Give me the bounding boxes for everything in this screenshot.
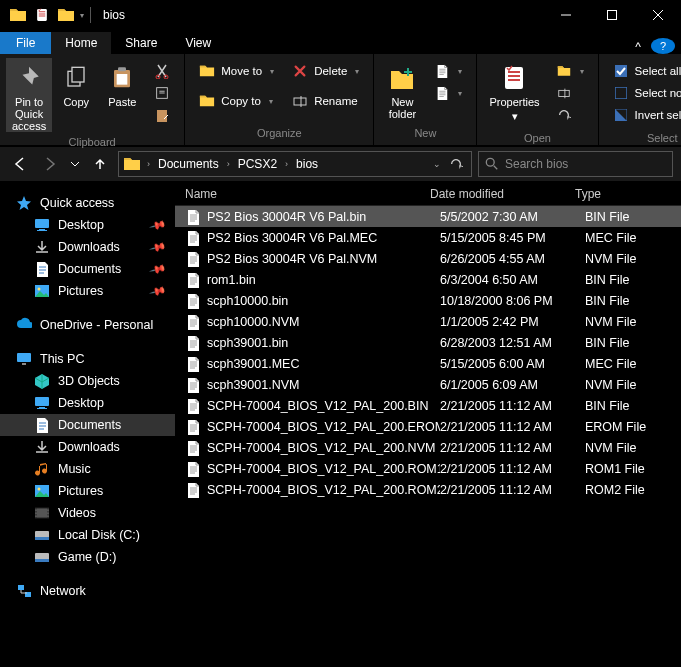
sidebar-item-music[interactable]: Music bbox=[0, 458, 175, 480]
edit-button[interactable] bbox=[552, 82, 588, 104]
minimize-button[interactable] bbox=[543, 0, 589, 30]
file-row[interactable]: SCPH-70004_BIOS_V12_PAL_200.BIN2/21/2005… bbox=[175, 395, 681, 416]
file-name: PS2 Bios 30004R V6 Pal.bin bbox=[207, 210, 440, 224]
move-to-button[interactable]: Move to▾ bbox=[195, 60, 278, 82]
file-row[interactable]: SCPH-70004_BIOS_V12_PAL_200.NVM2/21/2005… bbox=[175, 437, 681, 458]
new-item-button[interactable]: ▾ bbox=[430, 60, 466, 82]
sidebar-item-game-d[interactable]: Game (D:) bbox=[0, 546, 175, 568]
sidebar-item-pc-documents[interactable]: Documents bbox=[0, 414, 175, 436]
paste-icon bbox=[106, 62, 138, 94]
file-row[interactable]: PS2 Bios 30004R V6 Pal.bin5/5/2002 7:30 … bbox=[175, 206, 681, 227]
file-icon bbox=[185, 356, 201, 372]
sidebar-item-videos[interactable]: Videos bbox=[0, 502, 175, 524]
address-dropdown[interactable]: ⌄ bbox=[431, 159, 443, 169]
properties-icon bbox=[498, 62, 530, 94]
forward-button[interactable] bbox=[38, 152, 62, 176]
chevron-right-icon[interactable]: › bbox=[145, 159, 152, 169]
file-row[interactable]: SCPH-70004_BIOS_V12_PAL_200.EROM2/21/200… bbox=[175, 416, 681, 437]
file-name: PS2 Bios 30004R V6 Pal.MEC bbox=[207, 231, 440, 245]
file-row[interactable]: PS2 Bios 30004R V6 Pal.NVM6/26/2005 4:55… bbox=[175, 248, 681, 269]
sidebar-item-pictures[interactable]: Pictures📌 bbox=[0, 280, 175, 302]
properties-button[interactable]: Properties ▾ bbox=[483, 58, 545, 122]
sidebar-item-pc-desktop[interactable]: Desktop bbox=[0, 392, 175, 414]
pin-icon: 📌 bbox=[149, 238, 168, 256]
select-all-button[interactable]: Select all bbox=[609, 60, 681, 82]
file-row[interactable]: scph39001.NVM6/1/2005 6:09 AMNVM File bbox=[175, 374, 681, 395]
chevron-right-icon[interactable]: › bbox=[283, 159, 290, 169]
sidebar-onedrive[interactable]: OneDrive - Personal bbox=[0, 314, 175, 336]
file-name: SCPH-70004_BIOS_V12_PAL_200.ROM1 bbox=[207, 462, 440, 476]
col-header-name[interactable]: Name bbox=[175, 187, 430, 201]
breadcrumb-seg[interactable]: Documents bbox=[154, 157, 223, 171]
chevron-right-icon[interactable]: › bbox=[225, 159, 232, 169]
qat-newfolder-icon[interactable] bbox=[54, 3, 78, 27]
sidebar-item-pc-pictures[interactable]: Pictures bbox=[0, 480, 175, 502]
invert-selection-button[interactable]: Invert selection bbox=[609, 104, 681, 126]
col-header-type[interactable]: Type bbox=[575, 187, 681, 201]
copy-button[interactable]: Copy bbox=[54, 58, 98, 108]
close-button[interactable] bbox=[635, 0, 681, 30]
file-row[interactable]: scph10000.bin10/18/2000 8:06 PMBIN File bbox=[175, 290, 681, 311]
video-icon bbox=[34, 505, 50, 521]
pin-to-quick-access-button[interactable]: Pin to Quick access bbox=[6, 58, 52, 132]
paste-shortcut-button[interactable] bbox=[150, 104, 174, 126]
window-title: bios bbox=[103, 8, 125, 22]
new-folder-button[interactable]: New folder bbox=[380, 58, 424, 120]
easy-access-button[interactable]: ▾ bbox=[430, 82, 466, 104]
ribbon-collapse-button[interactable]: ^ bbox=[625, 40, 651, 54]
sidebar-item-3d-objects[interactable]: 3D Objects bbox=[0, 370, 175, 392]
file-date: 10/18/2000 8:06 PM bbox=[440, 294, 585, 308]
tab-home[interactable]: Home bbox=[51, 32, 111, 54]
new-folder-icon bbox=[386, 62, 418, 94]
tab-share[interactable]: Share bbox=[111, 32, 171, 54]
file-row[interactable]: scph39001.bin6/28/2003 12:51 AMBIN File bbox=[175, 332, 681, 353]
file-row[interactable]: scph39001.MEC5/15/2005 6:00 AMMEC File bbox=[175, 353, 681, 374]
ribbon-group-clipboard: Pin to Quick access Copy Paste Clipboard bbox=[0, 54, 185, 145]
file-row[interactable]: rom1.bin6/3/2004 6:50 AMBIN File bbox=[175, 269, 681, 290]
qat-properties-icon[interactable] bbox=[30, 3, 54, 27]
delete-button[interactable]: Delete▾ bbox=[288, 60, 363, 82]
breadcrumb-seg[interactable]: PCSX2 bbox=[234, 157, 281, 171]
sidebar-item-documents[interactable]: Documents📌 bbox=[0, 258, 175, 280]
refresh-button[interactable] bbox=[445, 152, 467, 176]
back-button[interactable] bbox=[8, 152, 32, 176]
up-button[interactable] bbox=[88, 152, 112, 176]
recent-locations-button[interactable] bbox=[68, 152, 82, 176]
file-icon bbox=[185, 419, 201, 435]
file-row[interactable]: SCPH-70004_BIOS_V12_PAL_200.ROM22/21/200… bbox=[175, 479, 681, 500]
history-button[interactable] bbox=[552, 104, 588, 126]
file-name: PS2 Bios 30004R V6 Pal.NVM bbox=[207, 252, 440, 266]
address-folder-icon bbox=[123, 155, 141, 173]
maximize-button[interactable] bbox=[589, 0, 635, 30]
cut-button[interactable] bbox=[150, 60, 174, 82]
search-box[interactable]: Search bios bbox=[478, 151, 673, 177]
copy-to-button[interactable]: Copy to▾ bbox=[195, 90, 278, 112]
select-none-button[interactable]: Select none bbox=[609, 82, 681, 104]
breadcrumb-seg[interactable]: bios bbox=[292, 157, 322, 171]
col-header-date[interactable]: Date modified bbox=[430, 187, 575, 201]
sidebar-network[interactable]: Network bbox=[0, 580, 175, 602]
sidebar-item-desktop[interactable]: Desktop📌 bbox=[0, 214, 175, 236]
file-name: scph39001.MEC bbox=[207, 357, 440, 371]
file-row[interactable]: scph10000.NVM1/1/2005 2:42 PMNVM File bbox=[175, 311, 681, 332]
address-bar[interactable]: › Documents › PCSX2 › bios ⌄ bbox=[118, 151, 472, 177]
copy-path-button[interactable] bbox=[150, 82, 174, 104]
paste-button[interactable]: Paste bbox=[100, 58, 144, 108]
file-row[interactable]: PS2 Bios 30004R V6 Pal.MEC5/15/2005 8:45… bbox=[175, 227, 681, 248]
tab-view[interactable]: View bbox=[171, 32, 225, 54]
file-row[interactable]: SCPH-70004_BIOS_V12_PAL_200.ROM12/21/200… bbox=[175, 458, 681, 479]
help-button[interactable]: ? bbox=[651, 38, 675, 54]
sidebar-quick-access[interactable]: Quick access bbox=[0, 192, 175, 214]
download-icon bbox=[34, 439, 50, 455]
open-button[interactable]: ▾ bbox=[552, 60, 588, 82]
file-type: BIN File bbox=[585, 399, 681, 413]
tab-file[interactable]: File bbox=[0, 32, 51, 54]
sidebar-item-downloads[interactable]: Downloads📌 bbox=[0, 236, 175, 258]
sidebar-this-pc[interactable]: This PC bbox=[0, 348, 175, 370]
qat-dropdown[interactable]: ▾ bbox=[80, 11, 84, 20]
desktop-icon bbox=[34, 395, 50, 411]
sidebar-item-pc-downloads[interactable]: Downloads bbox=[0, 436, 175, 458]
qat-folder-icon[interactable] bbox=[6, 3, 30, 27]
rename-button[interactable]: Rename bbox=[288, 90, 363, 112]
sidebar-item-local-disk-c[interactable]: Local Disk (C:) bbox=[0, 524, 175, 546]
